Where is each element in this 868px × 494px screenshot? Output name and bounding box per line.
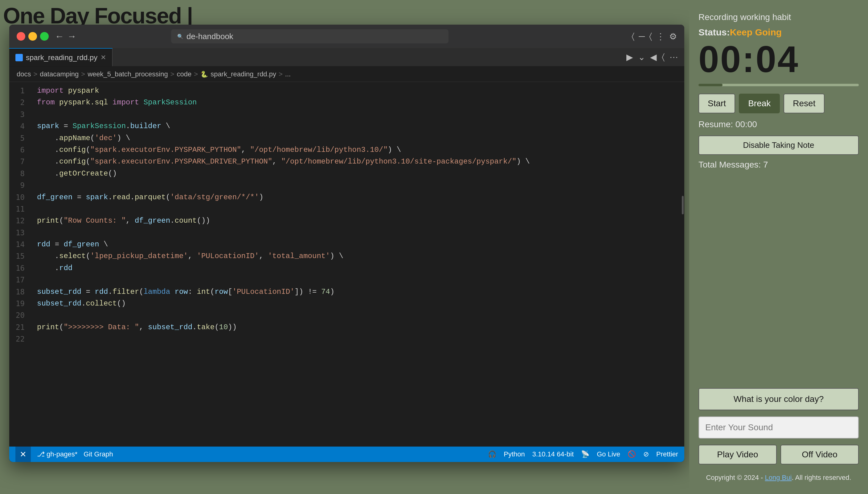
no-live-icon: 🚫 [628,450,636,458]
window-controls [17,32,49,41]
minimize-button[interactable] [29,32,37,41]
status-line: Status:Keep Going [699,27,859,38]
bc-python-icon: 🐍 [200,71,208,78]
code-line-19: subset_rdd.collect() [37,298,678,309]
sound-input[interactable] [699,416,859,439]
python-version[interactable]: Python [504,450,525,458]
bc-ellipsis: ... [285,70,291,78]
code-area: import pyspark from pyspark.sql import S… [31,82,684,462]
bc-sep-4: > [194,70,198,78]
run-dropdown-icon[interactable]: ⌄ [638,52,645,62]
scrollbar[interactable] [682,196,684,214]
layout-icon-2[interactable]: ─ [639,32,645,42]
code-line-4: spark = SparkSession.builder \ [37,120,678,132]
code-line-10: df_green = spark.read.parquet('data/stg/… [37,192,678,203]
code-line-21: print(">>>>>>>> Data: ", subset_rdd.take… [37,322,678,333]
prettier-btn[interactable]: Prettier [656,450,678,458]
tab-filename: spark_reading_rdd.py [26,53,97,62]
bc-code: code [177,70,192,78]
play-video-button[interactable]: Play Video [699,445,777,464]
off-video-button[interactable]: Off Video [780,445,859,464]
code-line-7: .config("spark.executorEnv.PYSPARK_DRIVE… [37,156,678,168]
code-line-20 [37,309,678,321]
code-line-16: .rdd [37,262,678,274]
layout-icon-3[interactable]: 〈 [649,32,652,42]
python-detail: 3.10.14 64-bit [532,450,574,458]
tab-close-icon[interactable]: ✕ [100,54,106,62]
status-bar: ✕ ⎇ gh-pages* Git Graph 🎧 Python 3.10.14… [9,446,684,462]
code-line-11 [37,203,678,215]
total-messages: Total Messages: 7 [699,160,859,170]
more-icon[interactable]: ⋯ [669,52,678,62]
copyright-text-2: . All rights reserved. [792,474,851,481]
x-icon: ✕ [20,450,26,459]
layout-icon-1[interactable]: 〈 [632,32,634,42]
break-button[interactable]: Break [739,94,780,113]
python-file-icon [15,54,23,61]
status-value: Keep Going [730,27,782,37]
code-line-5: .appName('dec') \ [37,132,678,144]
run-icon[interactable]: ▶ [626,52,633,62]
code-line-14: rdd = df_green \ [37,239,678,250]
tab-bar: spark_reading_rdd.py ✕ ▶ ⌄ ◀ 〈 ⋯ [9,48,684,66]
code-line-12: print("Row Counts: ", df_green.count()) [37,215,678,227]
copyright-text: Copyright © 2024 - [706,474,765,481]
git-branch-label: gh-pages* [47,450,77,458]
bc-sep-2: > [81,70,85,78]
code-line-22 [37,333,678,345]
git-icon-box: ✕ [15,446,31,462]
copyright: Copyright © 2024 - Long Bui. All rights … [699,474,859,482]
settings-icon[interactable]: ⚙ [669,32,677,42]
bc-datacamping: datacamping [40,70,79,78]
address-bar-text: de-handbook [186,32,233,41]
split-icon[interactable]: 〈 [662,52,665,62]
breadcrumb: docs > datacamping > week_5_batch_proces… [9,66,684,82]
address-bar[interactable]: 🔍 de-handbook [171,29,448,43]
prettier-icon: ⊘ [643,450,649,458]
code-line-17 [37,274,678,286]
status-left: ✕ ⎇ gh-pages* Git Graph [15,446,113,462]
start-button[interactable]: Start [699,94,735,113]
color-day-button[interactable]: What is your color day? [699,388,859,410]
reset-button[interactable]: Reset [783,94,825,113]
layout-icon-4[interactable]: ⋮ [656,32,665,42]
line-numbers: 12345 678910 1112131415 1617181920 2122 [9,82,31,462]
bc-docs: docs [17,70,31,78]
back-icon[interactable]: ← [55,31,64,42]
go-live-btn[interactable]: Go Live [597,450,620,458]
nav-buttons: ← → [55,31,76,42]
history-icon[interactable]: ◀ [650,52,657,62]
maximize-button[interactable] [40,32,49,41]
forward-icon[interactable]: → [67,31,76,42]
bc-sep-5: > [279,70,283,78]
control-buttons: Start Break Reset [699,94,859,113]
active-tab[interactable]: spark_reading_rdd.py ✕ [9,48,112,66]
disable-note-button[interactable]: Disable Taking Note [699,135,859,155]
code-line-15: .select('lpep_pickup_datetime', 'PULocat… [37,250,678,262]
code-line-6: .config("spark.executorEnv.PYSPARK_PYTHO… [37,144,678,156]
editor-area: 12345 678910 1112131415 1617181920 2122 … [9,82,684,462]
title-bar: ← → 🔍 de-handbook 〈 ─ 〈 ⋮ ⚙ [9,25,684,48]
title-bar-icons: 〈 ─ 〈 ⋮ ⚙ [632,32,677,42]
code-line-13 [37,227,678,239]
close-button[interactable] [17,32,25,41]
bc-sep-1: > [33,70,37,78]
progress-bar [699,84,859,86]
right-panel: Recording working habit Status:Keep Goin… [689,0,868,494]
bc-sep-3: > [170,70,174,78]
git-branch[interactable]: ⎇ gh-pages* [37,450,77,458]
author-link[interactable]: Long Bui [765,474,792,481]
code-line-18: subset_rdd = rdd.filter(lambda row: int(… [37,286,678,298]
status-right: 🎧 Python 3.10.14 64-bit 📡 Go Live 🚫 ⊘ Pr… [488,450,678,458]
bc-week: week_5_batch_processing [88,70,168,78]
code-line-2: from pyspark.sql import SparkSession [37,97,678,109]
python-headphone-icon: 🎧 [488,450,496,458]
timer-display: 00:04 [699,41,859,78]
git-graph-item[interactable]: Git Graph [84,450,113,458]
vscode-window: ← → 🔍 de-handbook 〈 ─ 〈 ⋮ ⚙ spark_readin… [9,25,684,462]
code-line-9 [37,179,678,191]
bc-filename: spark_reading_rdd.py [210,70,276,78]
code-line-3 [37,109,678,120]
go-live-icon: 📡 [581,450,589,458]
code-line-8: .getOrCreate() [37,168,678,179]
